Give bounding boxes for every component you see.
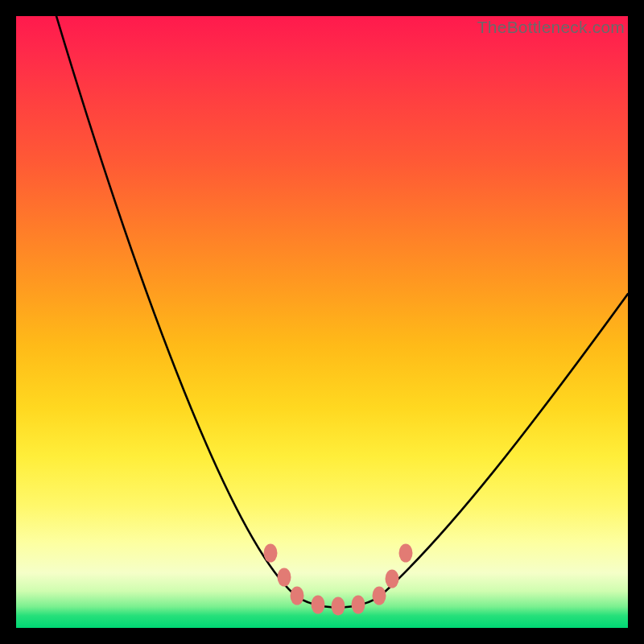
curve-marker-6 [373,587,386,605]
marker-group [264,544,413,616]
curve-marker-4 [332,597,345,616]
curve-marker-2 [291,587,304,605]
bottleneck-curve [56,16,628,608]
curve-marker-5 [352,596,365,614]
curve-marker-0 [264,544,278,563]
curve-marker-7 [386,570,399,588]
watermark-label: TheBottleneck.com [477,18,625,37]
chart-area [16,16,628,628]
curve-marker-1 [278,568,291,587]
bottleneck-curve-chart [16,16,628,628]
curve-marker-8 [399,544,413,563]
curve-marker-3 [312,596,325,614]
